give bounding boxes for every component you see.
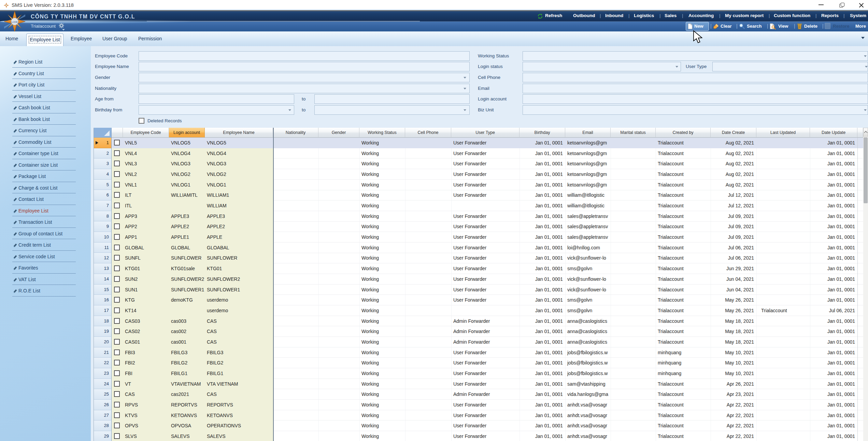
svg-text:LIVE: LIVE — [12, 20, 18, 24]
